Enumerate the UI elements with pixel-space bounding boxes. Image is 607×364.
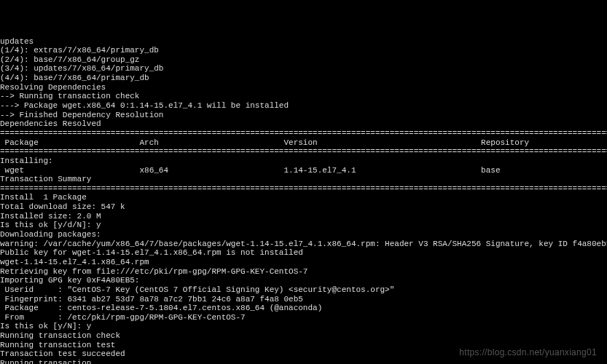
terminal-line: Running transaction check [0, 331, 607, 341]
terminal-line: Transaction Summary [0, 175, 607, 184]
terminal-line: ========================================… [0, 147, 607, 157]
terminal-line: Running transaction [0, 359, 607, 364]
terminal-output: updates | 3.4 kB 00:00:00(1/4): extras/7… [0, 37, 607, 364]
terminal-line: Package Arch Version Repository Size [0, 138, 607, 148]
terminal-line: Resolving Dependencies [0, 83, 607, 92]
terminal-line: Retrieving key from file:///etc/pki/rpm-… [0, 267, 607, 277]
terminal-line: --> Finished Dependency Resolution [0, 111, 607, 120]
terminal-line: Public key for wget-1.14-15.el7_4.1.x86_… [0, 248, 607, 258]
terminal-line: Installing: [0, 157, 607, 166]
terminal-line: (3/4): updates/7/x86_64/primary_db | 2.0… [0, 64, 607, 74]
terminal-line: warning: /var/cache/yum/x86_64/7/base/pa… [0, 240, 607, 249]
terminal-line: Total download size: 547 k [0, 202, 607, 212]
terminal-line: (1/4): extras/7/x86_64/primary_db | 147 … [0, 46, 607, 55]
terminal-line: ---> Package wget.x86_64 0:1.14-15.el7_4… [0, 101, 607, 111]
terminal-line: (4/4): base/7/x86_64/primary_db | 5.9 MB… [0, 74, 607, 83]
terminal-line: Installed size: 2.0 M [0, 212, 607, 221]
terminal-line: Userid : "CentOS-7 Key (CentOS 7 Officia… [0, 285, 607, 295]
terminal-line: wget-1.14-15.el7_4.1.x86_64.rpm | 547 kB… [0, 258, 607, 267]
watermark-text: https://blog.csdn.net/yuanxiang01 [459, 348, 597, 358]
terminal-line: Fingerprint: 6341 ab27 53d7 8a78 a7c2 7b… [0, 295, 607, 304]
terminal-line: Package : centos-release-7-5.1804.el7.ce… [0, 304, 607, 313]
terminal-line: --> Running transaction check [0, 92, 607, 101]
terminal-line: ========================================… [0, 184, 607, 194]
terminal-line: Install 1 Package [0, 193, 607, 202]
terminal-line: Is this ok [y/N]: y [0, 322, 607, 331]
terminal-line: updates | 3.4 kB 00:00:00 [0, 37, 607, 47]
terminal-line: ========================================… [0, 129, 607, 138]
terminal-line: Importing GPG key 0xF4A80EB5: [0, 276, 607, 285]
terminal-line: wget x86_64 1.14-15.el7_4.1 base 547 k [0, 166, 607, 175]
terminal-line: Is this ok [y/d/N]: y [0, 221, 607, 230]
terminal-line: From : /etc/pki/rpm-gpg/RPM-GPG-KEY-Cent… [0, 313, 607, 323]
terminal-line: Dependencies Resolved [0, 119, 607, 129]
terminal-line: Downloading packages: [0, 230, 607, 240]
terminal-line: (2/4): base/7/x86_64/group_gz | 166 kB 0… [0, 55, 607, 65]
